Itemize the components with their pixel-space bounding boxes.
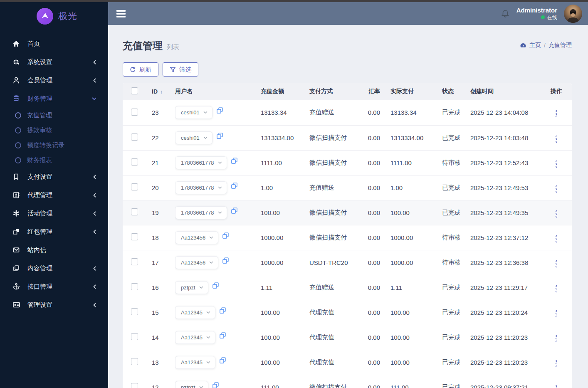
row-actions-menu[interactable]	[554, 358, 559, 369]
chevron-left-icon	[93, 230, 96, 234]
sidebar-item-admin-settings[interactable]: 管理设置	[0, 296, 108, 314]
table-row: 23 ceshi01 13133.34 充值赠送 0.00 13133.34 已…	[123, 100, 572, 125]
copy-icon[interactable]	[231, 157, 238, 164]
cell-actual: 13133.34	[380, 100, 431, 125]
copy-icon[interactable]	[222, 257, 229, 264]
row-actions-menu[interactable]	[554, 234, 559, 244]
row-actions-menu[interactable]	[554, 184, 559, 194]
breadcrumb-current[interactable]: 充值管理	[548, 42, 572, 49]
copy-icon[interactable]	[231, 207, 238, 214]
brand[interactable]: 极光	[0, 2, 108, 29]
cell-status: 待审核	[431, 150, 460, 175]
select-all-checkbox[interactable]	[131, 87, 138, 94]
username-dropdown[interactable]: 17803661778	[175, 156, 227, 169]
cell-amount: 100.00	[261, 300, 309, 325]
col-header-username: 用户名	[175, 83, 261, 100]
row-checkbox[interactable]	[131, 308, 138, 315]
sidebar-item-finance-management[interactable]: 财务管理	[0, 89, 108, 108]
username-dropdown[interactable]: pztpzt	[175, 381, 208, 388]
chevron-down-icon	[199, 386, 203, 388]
cell-actual: 1.11	[380, 275, 431, 300]
username-dropdown[interactable]: 17803661778	[175, 206, 227, 219]
chevron-down-icon	[209, 261, 213, 264]
avatar[interactable]	[564, 5, 582, 23]
sidebar-subitem-recharge-management[interactable]: 充值管理	[0, 108, 108, 123]
copy-icon[interactable]	[216, 107, 223, 114]
row-checkbox[interactable]	[131, 109, 138, 116]
row-actions-menu[interactable]	[554, 284, 559, 294]
cell-method: 代理充值	[309, 325, 363, 350]
row-checkbox[interactable]	[131, 283, 138, 290]
copy-icon[interactable]	[216, 132, 223, 139]
sidebar-item-agent-management[interactable]: 代理管理	[0, 186, 108, 204]
copy-icon[interactable]	[219, 332, 226, 339]
username-dropdown[interactable]: ceshi01	[175, 106, 212, 119]
cell-status: 已完成	[431, 125, 460, 150]
row-checkbox[interactable]	[131, 158, 138, 166]
copy-icon[interactable]	[212, 282, 219, 289]
cell-actual: 1.00	[380, 175, 431, 200]
row-actions-menu[interactable]	[554, 334, 559, 344]
row-checkbox[interactable]	[131, 208, 138, 215]
sidebar-item-activity-management[interactable]: 活动管理	[0, 204, 108, 222]
sidebar-item-redpacket-management[interactable]: 红包管理	[0, 222, 108, 241]
username-dropdown[interactable]: Aa123456	[175, 231, 218, 244]
row-actions-menu[interactable]	[554, 209, 559, 219]
bell-icon[interactable]	[501, 9, 510, 19]
username-dropdown[interactable]: pztpzt	[175, 281, 208, 294]
cell-method: 代理充值	[309, 300, 363, 325]
row-actions-menu[interactable]	[554, 109, 559, 119]
copy-icon[interactable]	[231, 182, 238, 189]
sidebar-subitem-withdrawal-review[interactable]: 提款审核	[0, 123, 108, 138]
row-checkbox[interactable]	[131, 183, 138, 190]
sidebar-item-member-management[interactable]: 会员管理	[0, 71, 108, 89]
row-checkbox[interactable]	[131, 358, 138, 365]
breadcrumb-home-link[interactable]: 主页	[529, 42, 541, 49]
sidebar-item-content-management[interactable]: 内容管理	[0, 259, 108, 277]
row-checkbox[interactable]	[131, 233, 138, 240]
sidebar-item-home[interactable]: 首页	[0, 35, 108, 53]
username-dropdown[interactable]: Aa123456	[175, 256, 218, 269]
row-checkbox[interactable]	[131, 258, 138, 265]
copy-icon[interactable]	[222, 232, 229, 239]
refresh-button[interactable]: 刷新	[123, 62, 158, 77]
col-header-id[interactable]: ID↑	[152, 83, 175, 100]
row-actions-menu[interactable]	[554, 159, 559, 169]
username-dropdown[interactable]: Aa12345	[175, 331, 215, 344]
row-checkbox[interactable]	[131, 383, 138, 388]
col-header-time: 创建时间	[460, 83, 541, 100]
toolbar: 刷新 筛选	[123, 62, 572, 77]
username-dropdown[interactable]: 17803661778	[175, 181, 227, 194]
topbar: Administrator 在线	[108, 2, 588, 25]
sidebar-item-system-settings[interactable]: 系统设置	[0, 53, 108, 71]
sidebar-toggle-button[interactable]	[116, 10, 126, 17]
cell-actual: 100.00	[380, 300, 431, 325]
row-checkbox[interactable]	[131, 133, 138, 141]
sidebar-item-payment-settings[interactable]: 支付设置	[0, 168, 108, 186]
row-actions-menu[interactable]	[554, 383, 559, 388]
username-dropdown[interactable]: Aa12345	[175, 356, 215, 369]
username-dropdown[interactable]: ceshi01	[175, 131, 212, 144]
sidebar-item-site-messages[interactable]: 站内信	[0, 241, 108, 259]
table-row: 12 pztpzt 111.00 微信扫描支付 0.00 111.00 已完成 …	[123, 375, 572, 388]
row-actions-menu[interactable]	[554, 134, 559, 144]
sidebar-item-interface-management[interactable]: 接口管理	[0, 277, 108, 296]
copy-icon[interactable]	[219, 357, 226, 364]
copy-icon[interactable]	[212, 382, 219, 388]
sidebar-subitem-quota-conversion-records[interactable]: 额度转换记录	[0, 138, 108, 153]
cell-time: 2025-12-23 11:20:24	[460, 300, 541, 325]
cell-time: 2025-12-23 14:03:48	[460, 125, 541, 150]
cell-rate: 0.00	[363, 225, 380, 250]
chevron-left-icon	[93, 266, 96, 271]
user-menu[interactable]: Administrator 在线	[516, 7, 557, 21]
username-dropdown[interactable]: Aa12345	[175, 306, 215, 319]
sidebar-subitem-financial-reports[interactable]: 财务报表	[0, 153, 108, 168]
window-top-strip	[0, 0, 588, 2]
row-actions-menu[interactable]	[554, 309, 559, 319]
filter-button[interactable]: 筛选	[163, 62, 198, 77]
cell-amount: 100.00	[261, 350, 309, 375]
cell-method: 代理充值	[309, 350, 363, 375]
row-actions-menu[interactable]	[554, 259, 559, 269]
copy-icon[interactable]	[219, 307, 226, 314]
row-checkbox[interactable]	[131, 333, 138, 340]
